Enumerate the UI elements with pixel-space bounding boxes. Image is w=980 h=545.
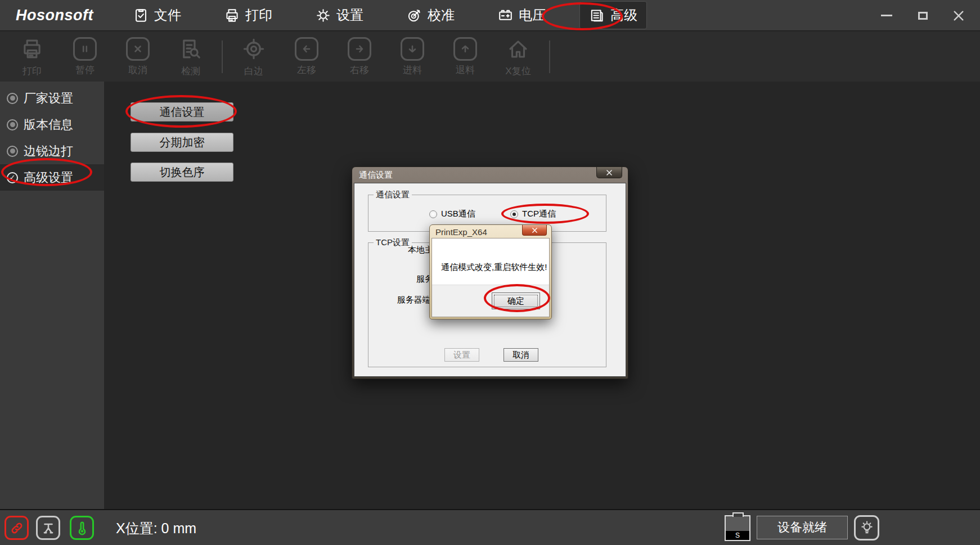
dialog-title: 通信设置	[352, 167, 628, 181]
maximize-icon[interactable]	[916, 9, 929, 22]
staged-encryption-button[interactable]: 分期加密	[131, 133, 233, 152]
toolbar-divider	[549, 40, 550, 73]
toolbar-button-label: 打印	[23, 65, 42, 78]
window-controls	[880, 0, 965, 31]
sidebar: 厂家设置版本信息边锐边打高级设置	[0, 82, 104, 510]
status-temperature-icon[interactable]	[70, 516, 94, 540]
toolbar-button-print[interactable]: 打印	[9, 36, 55, 78]
status-connection-icon[interactable]	[5, 516, 29, 540]
ink-level-icon: S	[725, 515, 750, 541]
light-bulb-icon[interactable]	[854, 515, 879, 541]
application-window: Hosonsoft 文件打印设置校准电压高级 打印暂停取消检测白边左移右移进料退…	[0, 0, 980, 545]
toolbar-button-label: 暂停	[75, 64, 95, 76]
device-status-badge[interactable]: 设备就绪	[757, 516, 848, 539]
radio-icon	[7, 119, 18, 130]
toolbar-button-detect[interactable]: 检测	[168, 36, 214, 78]
battery-icon	[497, 7, 514, 24]
arrow-left-icon	[295, 37, 318, 61]
cancel-button[interactable]: 取消	[504, 348, 538, 362]
status-carriage-icon[interactable]	[36, 516, 60, 540]
pause-icon	[73, 37, 97, 61]
printer-icon	[19, 36, 45, 62]
printexp-messagebox: PrintExp_X64 通信模式改变,重启软件生效! 确定	[429, 224, 552, 319]
apply-button[interactable]: 设置	[444, 348, 479, 362]
menu-item-label: 高级	[610, 6, 637, 24]
toolbar: 打印暂停取消检测白边左移右移进料退料X复位	[0, 31, 980, 82]
menu-item-voltage[interactable]: 电压	[488, 2, 555, 29]
menu-item-label: 文件	[154, 6, 181, 24]
toolbar-button-label: 退料	[456, 64, 475, 76]
toolbar-button-move-left[interactable]: 左移	[284, 37, 330, 76]
toolbar-button-label: 检测	[181, 65, 200, 78]
toolbar-button-label: 取消	[128, 64, 147, 76]
toolbar-button-feed-out[interactable]: 退料	[442, 37, 488, 76]
sidebar-item-factory-settings[interactable]: 厂家设置	[0, 85, 104, 111]
messagebox-message: 通信模式改变,重启软件生效!	[441, 262, 547, 273]
messagebox-client: 通信模式改变,重启软件生效! 确定	[431, 238, 550, 317]
arrow-up-icon	[453, 37, 477, 61]
toolbar-button-move-right[interactable]: 右移	[336, 37, 383, 76]
toolbar-button-cancel[interactable]: 取消	[115, 37, 161, 76]
sidebar-item-label: 版本信息	[24, 116, 73, 133]
radio-label: TCP通信	[522, 209, 556, 219]
sidebar-item-version-info[interactable]: 版本信息	[0, 111, 104, 138]
switch-color-order-button[interactable]: 切换色序	[131, 163, 233, 182]
app-logo: Hosonsoft	[16, 7, 100, 24]
menu-bar: Hosonsoft 文件打印设置校准电压高级	[0, 0, 980, 31]
messagebox-footer: 确定	[432, 285, 549, 317]
cancel-icon	[126, 37, 150, 61]
toolbar-button-label: 右移	[350, 64, 369, 76]
menu-item-label: 校准	[428, 6, 455, 24]
sidebar-item-label: 高级设置	[24, 169, 73, 186]
radio-icon	[510, 210, 518, 218]
radio-icon	[429, 210, 437, 218]
radio-icon	[7, 146, 18, 157]
radio-usb-comm[interactable]: USB通信	[429, 209, 475, 219]
x-position-label: X位置: 0 mm	[116, 519, 196, 538]
printer-icon	[224, 7, 240, 24]
radio-label: USB通信	[441, 209, 475, 219]
menu-item-label: 打印	[245, 6, 272, 24]
arrow-right-icon	[348, 37, 371, 61]
arrow-down-icon	[401, 37, 424, 61]
toolbar-button-x-reset[interactable]: X复位	[495, 36, 541, 78]
menu-item-label: 电压	[519, 6, 546, 24]
menu-item-advanced[interactable]: 高级	[579, 1, 647, 29]
target-icon	[406, 7, 422, 24]
main-menu: 文件打印设置校准电压高级	[124, 1, 647, 29]
home-icon	[505, 36, 531, 62]
menu-item-print[interactable]: 打印	[215, 2, 281, 29]
menu-item-label: 设置	[336, 6, 363, 24]
toolbar-button-white-edge[interactable]: 白边	[231, 36, 277, 78]
toolbar-button-feed-in[interactable]: 进料	[389, 37, 435, 76]
toolbar-button-label: 白边	[244, 65, 263, 78]
menu-item-settings[interactable]: 设置	[306, 2, 372, 29]
ok-button[interactable]: 确定	[492, 292, 540, 309]
toolbar-button-label: 左移	[297, 64, 316, 76]
detect-icon	[178, 36, 204, 62]
sidebar-item-edge-sharp-print[interactable]: 边锐边打	[0, 138, 104, 164]
ink-letter: S	[726, 531, 749, 540]
toolbar-button-pause[interactable]: 暂停	[62, 37, 108, 76]
radio-tcp-comm[interactable]: TCP通信	[510, 209, 556, 219]
sidebar-item-label: 边锐边打	[24, 143, 73, 160]
toolbar-divider	[222, 40, 223, 73]
clipboard-check-icon	[133, 7, 149, 24]
menu-item-calibration[interactable]: 校准	[397, 2, 464, 29]
minimize-icon[interactable]	[880, 9, 893, 22]
close-icon[interactable]	[952, 9, 965, 22]
list-icon	[589, 7, 605, 24]
toolbar-button-label: X复位	[505, 65, 531, 78]
toolbar-button-label: 进料	[403, 64, 422, 76]
comm-settings-button[interactable]: 通信设置	[131, 102, 233, 121]
messagebox-close-icon[interactable]	[522, 225, 547, 236]
dialog-close-icon[interactable]	[596, 167, 622, 178]
menu-item-file[interactable]: 文件	[124, 2, 190, 29]
groupbox-label: 通信设置	[374, 190, 412, 200]
crosshair-icon	[241, 36, 267, 62]
sidebar-item-label: 厂家设置	[24, 90, 73, 107]
radio-icon	[7, 172, 18, 183]
sidebar-item-advanced-settings[interactable]: 高级设置	[0, 164, 104, 191]
radio-icon	[7, 93, 18, 104]
status-bar: X位置: 0 mm S 设备就绪	[0, 509, 980, 545]
